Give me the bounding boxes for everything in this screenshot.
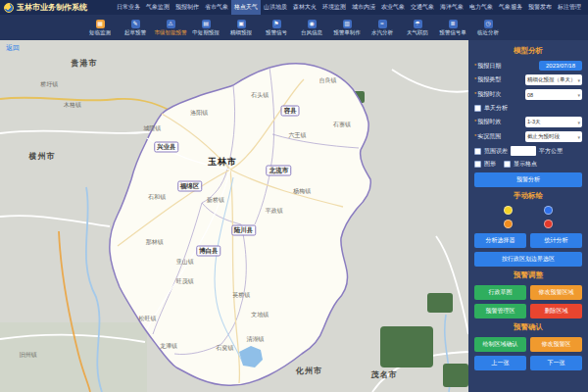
app-logo-icon [4, 3, 14, 13]
map-label-town: 旺茂镇 [176, 276, 194, 285]
nav-item[interactable]: 山洪地质 [261, 0, 290, 15]
area-value-input[interactable] [511, 146, 536, 156]
map-label-county[interactable]: 北流市 [267, 165, 292, 175]
area-filter-checkbox[interactable] [474, 148, 481, 155]
map-label-town: 杨梅镇 [293, 187, 311, 196]
warning-manage-area-button[interactable]: 预警管理区 [474, 304, 526, 318]
nav-item[interactable]: 日常业务 [114, 0, 143, 15]
grid-icon: ▣ [237, 20, 246, 28]
type-label: *预报类型 [474, 75, 501, 84]
nav-item[interactable]: 交通气象 [408, 0, 437, 15]
sub-toolbar: ▦短临监测 ✎起草预警 ⚠市级智能预警 ▤中短期预报 ▣精细预报 ⚑预警信号 ◉… [0, 15, 588, 40]
toolbar-item[interactable]: ◷临近分析 [472, 20, 504, 36]
analysis-panel: 模型分析 *预报日期 2023/07/18 *预报类型 精细化预报（单天）▾ *… [468, 40, 588, 392]
map-label-town: 木格镇 [64, 101, 81, 110]
map-canvas[interactable]: 返回 贵港市 横州市 化州市 茂名市 兴业县 容县 北流市 福绵区 陆川县 博白… [0, 40, 468, 392]
modify-warning-button[interactable]: 修改预警区 [530, 337, 582, 352]
map-label-county[interactable]: 博白县 [196, 246, 221, 257]
edit-icon: ✎ [131, 20, 140, 28]
statistics-button[interactable]: 统计分析 [530, 233, 582, 248]
analysis-selector-button[interactable]: 分析选择器 [474, 233, 526, 248]
chart-icon: ▤ [202, 20, 211, 28]
toolbar-item[interactable]: ◉台风信息 [296, 20, 327, 36]
map-label-town: 石窝镇 [216, 344, 233, 353]
toolbar-item[interactable]: ≣预警信号单 [437, 20, 468, 36]
confirm-draw-area-button[interactable]: 绘制区域确认 [474, 337, 526, 352]
map-label-town: 石头镇 [251, 90, 269, 99]
area-filter-label: 范围误差 [484, 147, 508, 156]
admin-sketch-button[interactable]: 行政草图 [474, 285, 526, 300]
toolbar-item[interactable]: ▣精细预报 [225, 20, 257, 36]
flag-icon: ⚑ [272, 20, 281, 28]
map-label-county[interactable]: 陆川县 [231, 224, 257, 235]
nav-item[interactable]: 气象监测 [143, 0, 172, 15]
forecast-time-select[interactable]: 08▾ [525, 89, 582, 100]
map-label-county[interactable]: 福绵区 [177, 180, 203, 191]
app-title: 玉林市业务制作系统 [17, 2, 87, 13]
map-label-town: 清湖镇 [247, 335, 265, 344]
nav-item[interactable]: 电力气象 [466, 0, 496, 15]
single-day-checkbox[interactable] [474, 105, 481, 112]
panel-title: 模型分析 [474, 46, 582, 56]
toolbar-item[interactable]: ▥预警单制作 [331, 20, 363, 36]
area-unit-label: 平方公里 [539, 147, 563, 156]
nav-item[interactable]: 环境监测 [319, 0, 349, 15]
warning-confirm-title: 预警确认 [474, 322, 582, 332]
nav-item[interactable]: 气象服务 [496, 0, 525, 15]
list-icon: ≣ [449, 20, 458, 28]
alert-icon: ⚠ [167, 20, 175, 28]
toolbar-item[interactable]: ⚑预警信号 [261, 20, 292, 36]
map-label-county[interactable]: 兴业县 [154, 142, 179, 153]
nav-item[interactable]: 森林大火 [290, 0, 319, 15]
map-label-center-city: 玉林市 [208, 155, 237, 168]
analyze-button[interactable]: 预警分析 [474, 172, 582, 187]
blue-warning-dot[interactable] [544, 206, 553, 215]
nav-item[interactable]: 农业气象 [378, 0, 408, 15]
map-label-town: 文地镇 [251, 311, 269, 319]
forecast-type-select[interactable]: 精细化预报（单天）▾ [525, 74, 582, 85]
nav-item[interactable]: 预警发布 [525, 0, 555, 15]
map-label-town: 那林镇 [146, 238, 164, 247]
nav-item-active[interactable]: 格点天气 [231, 0, 261, 15]
toolbar-item[interactable]: ▤中短期预报 [190, 20, 221, 36]
forecast-date-button[interactable]: 2023/07/18 [539, 61, 582, 71]
toolbar-item[interactable]: ☂天气联防 [402, 20, 433, 36]
yellow-warning-dot[interactable] [504, 206, 513, 215]
delete-area-button[interactable]: 删除区域 [530, 304, 582, 318]
show-grid-checkbox[interactable] [504, 161, 511, 168]
nav-item[interactable]: 省市气象 [202, 0, 231, 15]
map-label-city: 横州市 [29, 151, 56, 162]
previous-button[interactable]: 上一张 [474, 356, 526, 370]
map-label-county[interactable]: 容县 [281, 105, 300, 116]
chevron-down-icon: ▾ [577, 134, 580, 140]
next-button[interactable]: 下一张 [530, 356, 582, 370]
map-label-city: 贵港市 [72, 58, 98, 69]
nav-item[interactable]: 标注管理 [555, 0, 584, 15]
time-label: *预报时次 [474, 90, 501, 99]
red-warning-dot[interactable] [544, 220, 553, 228]
single-day-label: 单天分析 [484, 104, 508, 113]
back-link[interactable]: 返回 [6, 43, 20, 53]
date-label: *预报日期 [474, 62, 501, 71]
range-select[interactable]: 截止为预时段▾ [525, 131, 582, 142]
toolbar-item[interactable]: ▦短临监测 [84, 20, 116, 36]
map-label-town: 石和镇 [148, 192, 166, 201]
map-graphic [0, 40, 468, 392]
modify-warning-area-button[interactable]: 修改预警区域 [530, 285, 582, 300]
show-grid-label: 显示格点 [514, 160, 537, 169]
toolbar-item[interactable]: ≈水汽分析 [367, 20, 398, 36]
toolbar-item[interactable]: ✎起草预警 [120, 20, 151, 36]
umbrella-icon: ☂ [414, 20, 422, 28]
nav-item[interactable]: 城市内涝 [349, 0, 378, 15]
toolbar-item-active[interactable]: ⚠市级智能预警 [155, 20, 186, 36]
lead-time-select[interactable]: 1-3天▾ [525, 117, 582, 127]
nav-item[interactable]: 海洋气象 [437, 0, 466, 15]
document-icon: ▥ [343, 20, 352, 28]
orange-warning-dot[interactable] [504, 220, 513, 228]
graph-checkbox[interactable] [474, 161, 481, 168]
map-label-town: 龙潭镇 [160, 342, 177, 351]
nav-item[interactable]: 预报制作 [172, 0, 202, 15]
map-label-town: 六王镇 [289, 130, 307, 139]
map-label-city: 化州市 [296, 366, 322, 376]
select-by-boundary-button[interactable]: 按行政区划边界选区 [474, 252, 582, 267]
